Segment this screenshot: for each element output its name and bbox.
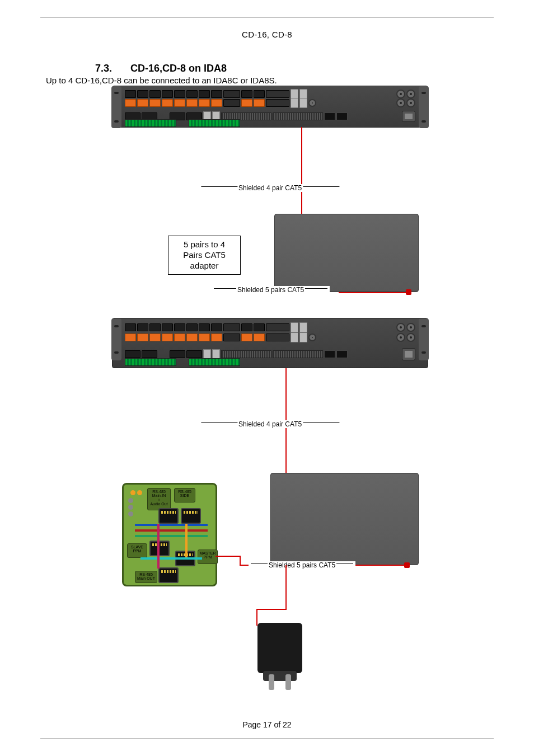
- cable-red-h1: [339, 292, 406, 293]
- adapter-box-top: [274, 214, 419, 292]
- rack-unit-ida8-top: [112, 86, 428, 128]
- footer-rule: [40, 739, 494, 739]
- cable-label-4pair-1: Shielded 4 pair CAT5: [199, 184, 341, 192]
- header-rule: [40, 17, 494, 17]
- pcb-rs485-side-label: RS-485 SIDE: [174, 488, 195, 503]
- adapter-caption: 5 pairs to 4 Pairs CAT5 adapter: [168, 236, 241, 275]
- pcb-rj45-in: [158, 508, 179, 524]
- adapter-box-bottom: [270, 473, 419, 565]
- adapter-line2: Pairs CAT5: [174, 250, 235, 261]
- pcb-rs485-out-label: RS-485 Main OUT: [135, 571, 157, 583]
- rack-unit-ida8-bottom: [112, 318, 428, 368]
- section-heading: 7.3. CD-16,CD-8 on IDA8: [95, 63, 227, 74]
- page-number: Page 17 of 22: [0, 720, 534, 729]
- header-device-title: CD-16, CD-8: [0, 30, 534, 39]
- psu-cable-vertical: [285, 565, 287, 610]
- section-intro: Up to 4 CD-16,CD-8 can be connected to a…: [46, 76, 277, 85]
- pcb-slave-ppm-label: SLAVE PPM: [127, 543, 147, 558]
- section-title: CD-16,CD-8 on IDA8: [130, 63, 227, 74]
- cable-red-pcb-out: [216, 556, 241, 557]
- cable-label-5pair-2: Shielded 5 pairs CAT5: [249, 561, 355, 569]
- junction-pcb: RS-485 Main-IN + Audio Out RS-485 SIDE S…: [122, 483, 217, 586]
- adapter-line1: 5 pairs to 4: [174, 240, 235, 250]
- pcb-rj45-side: [181, 508, 201, 524]
- pcb-rj45-slave: [149, 541, 170, 556]
- pcb-rj45-out: [158, 567, 179, 583]
- adapter-line3: adapter: [174, 261, 235, 271]
- connection-diagram: Shielded 4 pair CAT5 5 pairs to 4 Pairs …: [112, 86, 428, 710]
- pcb-rs485-in-label: RS-485 Main-IN + Audio Out: [147, 488, 171, 510]
- cable-label-5pair-1: Shielded 5 pairs CAT5: [212, 286, 330, 294]
- cable-label-4pair-2: Shielded 4 pair CAT5: [199, 420, 341, 428]
- pcb-master-ppm-label: MASTER PPM: [198, 550, 218, 564]
- section-number: 7.3.: [95, 63, 112, 74]
